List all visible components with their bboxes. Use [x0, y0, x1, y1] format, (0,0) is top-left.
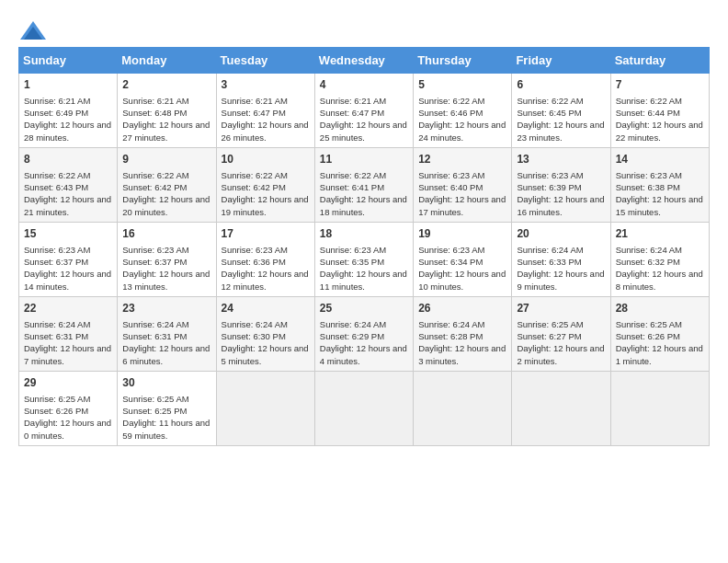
- day-number: 6: [517, 77, 605, 93]
- day-number: 23: [122, 301, 210, 316]
- col-header-friday: Friday: [512, 48, 610, 74]
- daylight-text: Daylight: 12 hours and 6 minutes.: [122, 342, 210, 367]
- calendar-cell: 23Sunrise: 6:24 AMSunset: 6:31 PMDayligh…: [118, 296, 216, 371]
- sunrise-text: Sunrise: 6:22 AM: [616, 95, 704, 107]
- calendar-cell: 2Sunrise: 6:21 AMSunset: 6:48 PMDaylight…: [118, 74, 216, 148]
- day-number: 29: [24, 375, 112, 391]
- sunrise-text: Sunrise: 6:23 AM: [222, 244, 310, 256]
- calendar-cell: [314, 371, 413, 445]
- sunset-text: Sunset: 6:31 PM: [122, 330, 210, 342]
- calendar-cell: 9Sunrise: 6:22 AMSunset: 6:42 PMDaylight…: [118, 147, 216, 222]
- daylight-text: Daylight: 12 hours and 12 minutes.: [222, 268, 310, 293]
- daylight-text: Daylight: 12 hours and 11 minutes.: [320, 268, 408, 293]
- daylight-text: Daylight: 12 hours and 13 minutes.: [122, 268, 210, 293]
- day-number: 14: [616, 152, 704, 167]
- sunrise-text: Sunrise: 6:22 AM: [320, 169, 408, 181]
- sunset-text: Sunset: 6:42 PM: [222, 181, 310, 193]
- sunrise-text: Sunrise: 6:23 AM: [24, 244, 112, 256]
- sunset-text: Sunset: 6:29 PM: [320, 330, 408, 342]
- sunrise-text: Sunrise: 6:25 AM: [122, 393, 210, 405]
- sunset-text: Sunset: 6:28 PM: [418, 330, 506, 342]
- daylight-text: Daylight: 12 hours and 20 minutes.: [122, 193, 210, 218]
- col-header-wednesday: Wednesday: [314, 48, 413, 74]
- day-number: 17: [222, 226, 310, 242]
- day-number: 11: [320, 152, 408, 167]
- day-number: 22: [24, 301, 112, 316]
- calendar-cell: 7Sunrise: 6:22 AMSunset: 6:44 PMDaylight…: [610, 74, 709, 148]
- calendar-cell: [414, 371, 512, 445]
- daylight-text: Daylight: 12 hours and 23 minutes.: [517, 119, 605, 144]
- calendar-cell: 27Sunrise: 6:25 AMSunset: 6:27 PMDayligh…: [512, 296, 610, 371]
- sunset-text: Sunset: 6:26 PM: [616, 330, 704, 342]
- calendar-week-row: 29Sunrise: 6:25 AMSunset: 6:26 PMDayligh…: [19, 371, 710, 445]
- sunset-text: Sunset: 6:38 PM: [616, 181, 704, 193]
- sunset-text: Sunset: 6:44 PM: [616, 107, 704, 119]
- sunset-text: Sunset: 6:43 PM: [24, 181, 112, 193]
- calendar-cell: 1Sunrise: 6:21 AMSunset: 6:49 PMDaylight…: [19, 74, 118, 148]
- calendar-cell: 30Sunrise: 6:25 AMSunset: 6:25 PMDayligh…: [118, 371, 216, 445]
- sunrise-text: Sunrise: 6:22 AM: [222, 169, 310, 181]
- daylight-text: Daylight: 12 hours and 0 minutes.: [24, 417, 112, 442]
- sunrise-text: Sunrise: 6:23 AM: [418, 169, 506, 181]
- sunrise-text: Sunrise: 6:24 AM: [616, 244, 704, 256]
- day-number: 1: [24, 77, 112, 93]
- sunrise-text: Sunrise: 6:23 AM: [616, 169, 704, 181]
- sunrise-text: Sunrise: 6:24 AM: [222, 318, 310, 330]
- sunrise-text: Sunrise: 6:24 AM: [517, 244, 605, 256]
- col-header-sunday: Sunday: [19, 48, 118, 74]
- sunrise-text: Sunrise: 6:22 AM: [418, 95, 506, 107]
- sunrise-text: Sunrise: 6:23 AM: [517, 169, 605, 181]
- calendar-cell: 4Sunrise: 6:21 AMSunset: 6:47 PMDaylight…: [314, 74, 413, 148]
- day-number: 13: [517, 152, 605, 167]
- sunset-text: Sunset: 6:35 PM: [320, 256, 408, 268]
- daylight-text: Daylight: 12 hours and 17 minutes.: [418, 193, 506, 218]
- day-number: 12: [418, 152, 506, 167]
- calendar-week-row: 22Sunrise: 6:24 AMSunset: 6:31 PMDayligh…: [19, 296, 710, 371]
- calendar-cell: 14Sunrise: 6:23 AMSunset: 6:38 PMDayligh…: [610, 147, 709, 222]
- calendar-cell: 26Sunrise: 6:24 AMSunset: 6:28 PMDayligh…: [414, 296, 512, 371]
- sunset-text: Sunset: 6:42 PM: [122, 181, 210, 193]
- calendar-cell: 17Sunrise: 6:23 AMSunset: 6:36 PMDayligh…: [216, 222, 314, 296]
- daylight-text: Daylight: 12 hours and 22 minutes.: [616, 119, 704, 144]
- sunrise-text: Sunrise: 6:21 AM: [24, 95, 112, 107]
- sunrise-text: Sunrise: 6:22 AM: [122, 169, 210, 181]
- sunset-text: Sunset: 6:48 PM: [122, 107, 210, 119]
- sunrise-text: Sunrise: 6:25 AM: [616, 318, 704, 330]
- day-number: 3: [222, 77, 310, 93]
- calendar-cell: 6Sunrise: 6:22 AMSunset: 6:45 PMDaylight…: [512, 74, 610, 148]
- daylight-text: Daylight: 12 hours and 15 minutes.: [616, 193, 704, 218]
- calendar-cell: 29Sunrise: 6:25 AMSunset: 6:26 PMDayligh…: [19, 371, 118, 445]
- day-number: 19: [418, 226, 506, 242]
- col-header-thursday: Thursday: [414, 48, 512, 74]
- sunset-text: Sunset: 6:39 PM: [517, 181, 605, 193]
- calendar-cell: 11Sunrise: 6:22 AMSunset: 6:41 PMDayligh…: [314, 147, 413, 222]
- calendar-header-row: SundayMondayTuesdayWednesdayThursdayFrid…: [19, 48, 710, 74]
- daylight-text: Daylight: 12 hours and 2 minutes.: [517, 342, 605, 367]
- daylight-text: Daylight: 12 hours and 14 minutes.: [24, 268, 112, 293]
- day-number: 7: [616, 77, 704, 93]
- daylight-text: Daylight: 12 hours and 8 minutes.: [616, 268, 704, 293]
- day-number: 5: [418, 77, 506, 93]
- daylight-text: Daylight: 12 hours and 4 minutes.: [320, 342, 408, 367]
- daylight-text: Daylight: 12 hours and 26 minutes.: [222, 119, 310, 144]
- calendar-cell: 24Sunrise: 6:24 AMSunset: 6:30 PMDayligh…: [216, 296, 314, 371]
- day-number: 18: [320, 226, 408, 242]
- calendar-cell: 12Sunrise: 6:23 AMSunset: 6:40 PMDayligh…: [414, 147, 512, 222]
- sunrise-text: Sunrise: 6:22 AM: [24, 169, 112, 181]
- daylight-text: Daylight: 12 hours and 3 minutes.: [418, 342, 506, 367]
- sunset-text: Sunset: 6:47 PM: [222, 107, 310, 119]
- daylight-text: Daylight: 11 hours and 59 minutes.: [122, 417, 210, 442]
- day-number: 20: [517, 226, 605, 242]
- day-number: 9: [122, 152, 210, 167]
- sunset-text: Sunset: 6:36 PM: [222, 256, 310, 268]
- calendar-cell: 21Sunrise: 6:24 AMSunset: 6:32 PMDayligh…: [610, 222, 709, 296]
- sunset-text: Sunset: 6:26 PM: [24, 405, 112, 417]
- day-number: 4: [320, 77, 408, 93]
- sunset-text: Sunset: 6:40 PM: [418, 181, 506, 193]
- sunrise-text: Sunrise: 6:24 AM: [122, 318, 210, 330]
- sunset-text: Sunset: 6:31 PM: [24, 330, 112, 342]
- sunset-text: Sunset: 6:37 PM: [122, 256, 210, 268]
- sunrise-text: Sunrise: 6:21 AM: [122, 95, 210, 107]
- sunset-text: Sunset: 6:34 PM: [418, 256, 506, 268]
- calendar-cell: 28Sunrise: 6:25 AMSunset: 6:26 PMDayligh…: [610, 296, 709, 371]
